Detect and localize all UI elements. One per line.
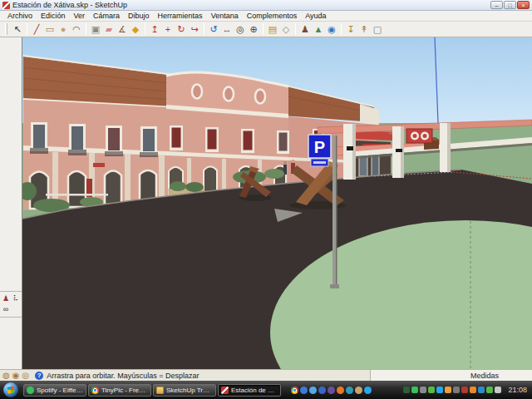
- tray-settings-icon[interactable]: [453, 387, 460, 393]
- folder-icon: [156, 387, 164, 394]
- push-pull-tool-icon[interactable]: ↥: [148, 22, 161, 36]
- zoom-extents-tool-icon[interactable]: ⊕: [247, 22, 260, 36]
- scene-svg: P: [22, 37, 532, 369]
- taskbar-button-sketchup-folder[interactable]: SketchUp Trabajos: [153, 384, 216, 397]
- toolbar-group-3: ▣▰∡◆: [89, 22, 142, 36]
- title-bar: Estación de Xátiva.skp - SketchUp – □ ×: [0, 0, 532, 11]
- tray-updates-icon[interactable]: [445, 387, 451, 393]
- tape-measure-tool-icon[interactable]: ∡: [116, 22, 129, 36]
- menu-complementos[interactable]: Complementos: [243, 11, 302, 21]
- toolbar-group-4: ↥+↻↪: [148, 22, 201, 36]
- rectangle-tool-icon[interactable]: ▭: [43, 22, 57, 36]
- taskbar-buttons: Spotify - Eiffel 65 - W...TinyPic - Free…: [23, 384, 283, 397]
- offset-tool-icon[interactable]: ↪: [188, 22, 201, 36]
- status-hint: Arrastra para orbitar. Mayúsculas = Desp…: [47, 372, 199, 380]
- menu-bar: ArchivoEdiciónVerCámaraDibujoHerramienta…: [0, 11, 532, 22]
- quicklaunch-media-player-icon[interactable]: [328, 387, 335, 394]
- toggle-terrain-tool-icon[interactable]: ▲: [312, 22, 325, 36]
- sketchup-icon: [221, 387, 229, 394]
- geolocation-status-icon[interactable]: ◍: [2, 371, 10, 380]
- position-camera-tool-icon[interactable]: ♟: [1, 293, 11, 304]
- toolbar-separator: [145, 23, 145, 35]
- taskbar-button-sketchup[interactable]: Estación de Xátiva.skp...: [218, 384, 281, 397]
- taskbar-button-spotify[interactable]: Spotify - Eiffel 65 - W...: [23, 384, 86, 397]
- tray-folder-icon[interactable]: [470, 387, 476, 393]
- line-tool-icon[interactable]: ╱: [30, 22, 43, 36]
- photo-textures-tool-icon[interactable]: ◉: [325, 22, 338, 36]
- circle-tool-icon[interactable]: ●: [57, 22, 70, 36]
- rotate-tool-icon[interactable]: ↻: [175, 22, 188, 36]
- quicklaunch-globe-icon[interactable]: [346, 387, 353, 394]
- start-button[interactable]: [3, 382, 18, 397]
- component-browser-tool-icon[interactable]: ▢: [371, 22, 384, 36]
- get-models-tool-icon[interactable]: ↧: [344, 22, 357, 36]
- paint-bucket-tool-icon[interactable]: ◆: [129, 22, 142, 36]
- menu-archivo[interactable]: Archivo: [3, 11, 37, 21]
- pan-tool-icon[interactable]: ↔: [220, 22, 234, 36]
- look-around-tool-icon[interactable]: ∞: [1, 304, 11, 315]
- eraser-tool-icon[interactable]: ▰: [102, 22, 116, 36]
- tray-spotify-icon[interactable]: [411, 387, 418, 393]
- arc-tool-icon[interactable]: ◠: [70, 22, 83, 36]
- sign-in-status-icon[interactable]: ◎: [22, 371, 29, 380]
- toolbar-group-6: ▤◇: [266, 22, 293, 36]
- toolbar-group-1: ↖: [11, 22, 24, 36]
- quicklaunch-chrome-icon[interactable]: [291, 387, 298, 394]
- taskbar: Spotify - Eiffel 65 - W...TinyPic - Free…: [0, 381, 532, 399]
- toolbar-group-2: ╱▭●◠: [30, 22, 83, 36]
- tray-sync-icon[interactable]: [478, 387, 485, 393]
- tray-warning-icon[interactable]: [461, 387, 468, 393]
- make-component-tool-icon[interactable]: ▣: [89, 22, 102, 36]
- quicklaunch-firefox-icon[interactable]: [337, 387, 344, 394]
- maximize-button[interactable]: □: [504, 1, 516, 9]
- section-plane-tool-icon[interactable]: ◇: [279, 22, 293, 36]
- add-location-tool-icon[interactable]: ♟: [298, 22, 312, 36]
- orbit-tool-icon[interactable]: ↺: [207, 22, 220, 36]
- move-tool-icon[interactable]: +: [161, 22, 175, 36]
- toolbar-group-7: ♟▲◉: [298, 22, 338, 36]
- zoom-tool-icon[interactable]: ◎: [234, 22, 247, 36]
- menu-edicion[interactable]: Edición: [37, 11, 70, 21]
- toolbar-separator: [204, 23, 204, 35]
- toolbar-separator: [27, 23, 27, 35]
- toolbar-separator: [295, 23, 296, 35]
- measurements-label: Medidas: [470, 372, 499, 380]
- station-roundel-sign: [406, 129, 432, 143]
- quicklaunch-explorer-icon[interactable]: [318, 387, 326, 394]
- quicklaunch-skype-icon[interactable]: [364, 387, 372, 394]
- menu-camara[interactable]: Cámara: [89, 11, 124, 21]
- status-icons: ◍◉◎: [0, 370, 29, 381]
- tray-volume-icon[interactable]: [420, 387, 426, 393]
- chrome-icon: [91, 387, 99, 394]
- menu-ventana[interactable]: Ventana: [207, 11, 243, 21]
- menu-ver[interactable]: Ver: [70, 11, 90, 21]
- select-tool-icon[interactable]: ↖: [11, 22, 24, 36]
- menu-dibujo[interactable]: Dibujo: [124, 11, 154, 21]
- left-gutter: ♟⠧∞: [0, 37, 22, 369]
- model-info-tool-icon[interactable]: ▤: [266, 22, 279, 36]
- share-model-tool-icon[interactable]: ↟: [357, 22, 371, 36]
- tray-skype-icon[interactable]: [436, 387, 443, 393]
- tray-input-icon[interactable]: [495, 387, 501, 393]
- tray-messenger-icon[interactable]: [486, 387, 493, 393]
- tray-network-icon[interactable]: [403, 387, 410, 393]
- claim-credit-status-icon[interactable]: ◉: [12, 371, 20, 380]
- menu-ayuda[interactable]: Ayuda: [301, 11, 330, 21]
- menu-herramientas[interactable]: Herramientas: [154, 11, 207, 21]
- minimize-button[interactable]: –: [490, 1, 503, 9]
- quicklaunch-internet-explorer-icon[interactable]: [309, 387, 317, 394]
- taskbar-button-label: SketchUp Trabajos: [166, 387, 213, 394]
- taskbar-button-label: TinyPic - Free Image H...: [101, 387, 148, 394]
- taskbar-button-tinypic[interactable]: TinyPic - Free Image H...: [88, 384, 151, 397]
- help-icon[interactable]: ?: [35, 372, 43, 380]
- spotify-icon: [27, 387, 34, 394]
- walk-tool-icon[interactable]: ⠧: [11, 293, 21, 304]
- quicklaunch-messenger-icon[interactable]: [300, 387, 308, 394]
- tray-antivirus-icon[interactable]: [428, 387, 435, 393]
- toolbar-separator: [263, 23, 264, 35]
- toolbar-group-8: ↧↟▢: [344, 22, 384, 36]
- quicklaunch-music-icon[interactable]: [355, 387, 362, 394]
- toolbar-handle[interactable]: [5, 23, 7, 35]
- close-button[interactable]: ×: [517, 1, 530, 9]
- viewport-3d[interactable]: P: [22, 37, 532, 369]
